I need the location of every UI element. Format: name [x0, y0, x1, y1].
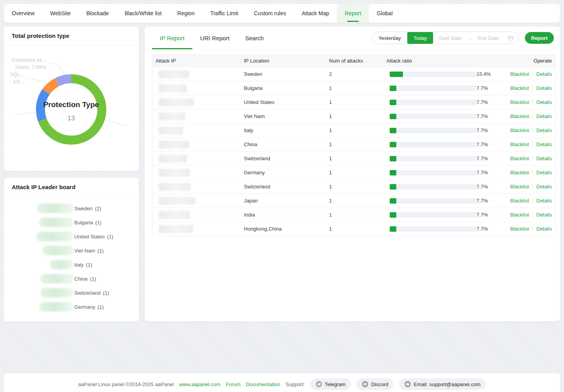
discord-button[interactable]: Discord	[356, 378, 394, 390]
ip-location-cell: Italy	[241, 127, 326, 133]
ratio-bar-fill	[390, 128, 396, 133]
ratio-bar-track	[390, 100, 476, 105]
footer: aaPanel Linux panel ©2014-2025 aaPanel w…	[4, 373, 560, 392]
nav-tab-report[interactable]: Report	[337, 4, 369, 23]
num-attacks-cell: 1	[326, 226, 383, 232]
table-row: Switzerland17.7%BlacklistDetails	[152, 179, 555, 193]
operate-cell: BlacklistDetails	[501, 113, 555, 119]
end-date-input[interactable]: End Date	[472, 35, 504, 41]
tab-search[interactable]: Search	[237, 27, 272, 49]
blacklist-link[interactable]: Blacklist	[510, 85, 529, 91]
col-operate: Operate	[501, 58, 555, 64]
blacklist-link[interactable]: Blacklist	[510, 226, 529, 232]
documentation-link[interactable]: Documentation	[246, 381, 280, 387]
calendar-icon[interactable]	[507, 35, 514, 41]
ratio-percent-label: 7.7%	[473, 113, 501, 119]
details-link[interactable]: Details	[536, 170, 552, 175]
generate-report-button[interactable]: Report	[525, 32, 554, 44]
ip-location-cell: Hongkong,China	[241, 226, 326, 232]
details-link[interactable]: Details	[536, 184, 552, 190]
nav-tab-global[interactable]: Global	[369, 4, 400, 23]
nav-tab-black-white-list[interactable]: Black/White list	[117, 4, 170, 23]
leaderboard-country: Switzerland	[74, 290, 100, 296]
num-attacks-cell: 1	[326, 156, 383, 161]
callout-line-right	[105, 120, 127, 126]
ratio-bar-fill	[390, 86, 396, 91]
tab-ip-report[interactable]: IP Report	[152, 27, 192, 49]
col-num-attacks: Num of attacks	[326, 58, 383, 64]
blacklist-link[interactable]: Blacklist	[510, 212, 529, 218]
ip-location-cell: Sweden	[241, 71, 326, 77]
details-link[interactable]: Details	[536, 198, 552, 204]
blacklist-link[interactable]: Blacklist	[510, 170, 529, 175]
redacted-ip-blob	[159, 169, 190, 177]
blacklist-link[interactable]: Blacklist	[510, 156, 529, 161]
details-link[interactable]: Details	[536, 99, 552, 105]
blacklist-link[interactable]: Blacklist	[510, 127, 529, 133]
redacted-ip-blob	[40, 274, 73, 283]
ratio-bar-fill	[390, 100, 396, 105]
attack-ip-cell	[152, 113, 241, 120]
forum-link[interactable]: Forum	[226, 381, 241, 387]
redacted-ip-blob	[37, 204, 73, 213]
operate-divider	[532, 86, 533, 91]
details-link[interactable]: Details	[536, 127, 552, 133]
callout-line-command	[48, 63, 65, 75]
ip-location-cell: Germany	[241, 170, 326, 175]
attack-ratio-cell	[383, 128, 473, 133]
ip-location-cell: United States	[241, 99, 326, 105]
table-row: India17.7%BlacklistDetails	[152, 208, 555, 222]
nav-tab-traffic-limit[interactable]: Traffic Limit	[202, 4, 246, 23]
details-link[interactable]: Details	[536, 156, 552, 161]
aapanel-site-link[interactable]: www.aapanel.com	[179, 381, 220, 387]
redacted-ip-blob	[159, 225, 193, 233]
col-attack-ratio: Attack ratio	[383, 58, 473, 64]
nav-tab-attack-map[interactable]: Attack Map	[294, 4, 337, 23]
attack-ip-cell	[152, 141, 241, 149]
top-nav: OverviewWebSiteBlockadeBlack/White listR…	[4, 4, 560, 23]
blacklist-link[interactable]: Blacklist	[510, 113, 529, 119]
telegram-button[interactable]: Telegram	[310, 378, 351, 390]
details-link[interactable]: Details	[536, 113, 552, 119]
leaderboard-country: Italy	[74, 262, 84, 268]
ratio-bar-track	[390, 226, 476, 232]
details-link[interactable]: Details	[536, 226, 552, 232]
nav-tab-overview[interactable]: Overview	[4, 4, 42, 23]
details-link[interactable]: Details	[536, 141, 552, 147]
blacklist-link[interactable]: Blacklist	[510, 141, 529, 147]
num-attacks-cell: 1	[326, 198, 383, 204]
blacklist-link[interactable]: Blacklist	[510, 184, 529, 190]
blacklist-link[interactable]: Blacklist	[510, 198, 529, 204]
blacklist-link[interactable]: Blacklist	[510, 71, 529, 77]
ratio-bar-track	[390, 156, 476, 161]
support-label: Support:	[286, 381, 305, 387]
telegram-icon	[316, 381, 322, 387]
blacklist-link[interactable]: Blacklist	[510, 99, 529, 105]
redacted-ip-blob	[159, 141, 189, 149]
operate-cell: BlacklistDetails	[501, 127, 555, 133]
tab-uri-report[interactable]: URI Report	[192, 27, 237, 49]
email-button[interactable]: Email: support@aapanel.com	[399, 378, 486, 390]
leaderboard-item-china: China(1)	[4, 272, 139, 286]
operate-cell: BlacklistDetails	[501, 226, 555, 232]
arrow-right-icon: →	[467, 35, 472, 41]
operate-cell: BlacklistDetails	[501, 71, 555, 77]
leaderboard-country: Viet Nam	[74, 248, 95, 254]
yesterday-button[interactable]: Yesterday	[372, 32, 407, 44]
nav-tab-website[interactable]: WebSite	[42, 4, 79, 23]
start-date-input[interactable]: Start Date	[433, 35, 467, 41]
nav-tab-region[interactable]: Region	[170, 4, 202, 23]
redacted-ip-blob	[159, 197, 195, 205]
ip-location-cell: China	[241, 141, 326, 147]
details-link[interactable]: Details	[536, 85, 552, 91]
attack-table: Attack IP IP Location Num of attacks Att…	[152, 54, 555, 236]
redacted-ip-blob	[159, 84, 187, 92]
today-button[interactable]: Today	[407, 32, 433, 44]
details-link[interactable]: Details	[536, 71, 552, 77]
operate-divider	[532, 212, 533, 217]
nav-tab-custom-rules[interactable]: Custom rules	[246, 4, 294, 23]
attack-ip-cell	[152, 70, 241, 78]
details-link[interactable]: Details	[536, 212, 552, 218]
nav-tab-blockade[interactable]: Blockade	[79, 4, 117, 23]
leaderboard-count: (2)	[95, 206, 101, 211]
